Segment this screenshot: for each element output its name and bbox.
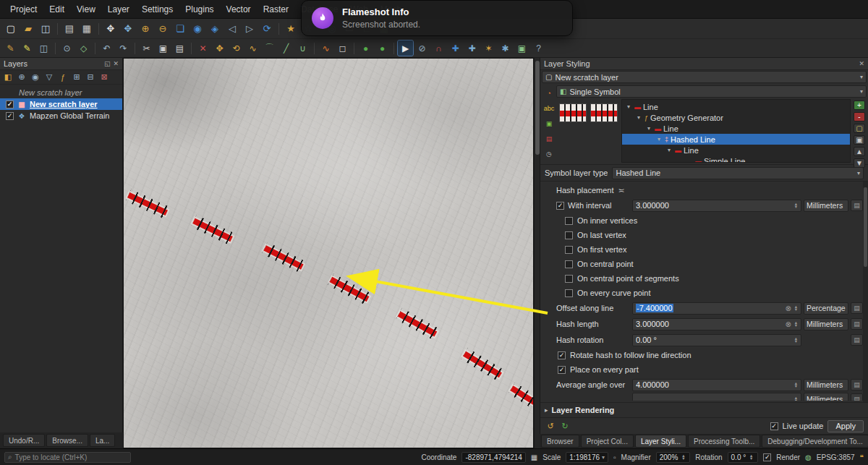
dock-tab[interactable]: Undo/R... <box>3 434 45 447</box>
move-feature-icon[interactable]: ✥ <box>212 40 227 56</box>
zoom-next-icon[interactable]: ▷ <box>242 21 258 37</box>
undo-icon[interactable]: ↶ <box>99 40 114 56</box>
symbol-layer-type-combo[interactable]: Hashed Line <box>612 167 864 179</box>
dock-tab[interactable]: La... <box>90 434 115 447</box>
menu-item[interactable]: Layer <box>102 2 135 17</box>
separator[interactable] <box>135 43 135 54</box>
zoom-in-icon[interactable]: ⊕ <box>137 21 153 37</box>
crs-button[interactable]: EPSG:3857 <box>817 453 855 461</box>
processing-toolbox-icon[interactable]: ✱ <box>498 40 513 56</box>
map-refresh-icon[interactable]: ⟳ <box>259 21 275 37</box>
3d-view-icon[interactable]: ▣ <box>543 119 556 129</box>
pan-to-selection-icon[interactable]: ✥ <box>120 21 136 37</box>
vertex-tool-icon[interactable]: ⊙ <box>59 40 75 56</box>
menu-item[interactable]: Project <box>4 2 43 17</box>
symbol-tree-item[interactable]: ▾ ƒ Geometry Generator <box>622 112 850 123</box>
select-tool-icon[interactable]: ▶ <box>398 40 413 56</box>
layer-tree-item[interactable]: ❖ Mapzen Global Terrain <box>0 110 122 121</box>
with-interval-checkbox[interactable] <box>556 202 564 210</box>
dock-tab[interactable]: Layer Styli... <box>635 435 686 448</box>
reshape-features-icon[interactable]: ⌒ <box>262 40 277 56</box>
interval-unit-combo[interactable]: Millimeters <box>804 200 848 212</box>
menu-item[interactable]: Plugins <box>179 2 219 17</box>
delete-selected-icon[interactable]: ✕ <box>195 40 210 56</box>
manage-map-themes-icon[interactable]: ◉ <box>30 72 41 83</box>
remove-symbol-layer-button[interactable]: - <box>854 112 865 121</box>
current-edits-icon[interactable]: ✎ <box>3 40 18 56</box>
zoom-full-icon[interactable]: ❏ <box>172 21 188 37</box>
separator[interactable] <box>354 43 354 54</box>
symbol-preview[interactable] <box>559 103 587 122</box>
layer-visibility-checkbox[interactable] <box>6 101 14 108</box>
scrollbar-thumb[interactable] <box>864 187 867 267</box>
new-bookmark-icon[interactable]: ★ <box>283 21 299 37</box>
placement-checkbox[interactable] <box>565 289 573 297</box>
merge-features-icon[interactable]: ∪ <box>295 40 310 56</box>
separator[interactable] <box>55 43 56 54</box>
symbol-tree-item[interactable]: ▬ Simple Line <box>622 155 850 163</box>
pan-map-icon[interactable]: ✥ <box>103 21 119 37</box>
data-defined-override-button[interactable] <box>851 302 863 314</box>
dock-tab[interactable]: Browser <box>541 435 579 448</box>
print-layout-icon[interactable]: ▤ <box>61 21 77 37</box>
average-angle-unit-combo[interactable]: Millimeters <box>804 379 848 391</box>
expander-icon[interactable]: ▾ <box>655 136 663 142</box>
redo-icon[interactable]: ↷ <box>116 40 131 56</box>
dock-tab[interactable]: Processing Toolb... <box>688 435 760 448</box>
save-project-icon[interactable]: ◫ <box>38 21 54 37</box>
menu-item[interactable]: View <box>71 2 101 17</box>
flameshot-notification[interactable]: Flameshot Info Screenshot aborted. <box>301 0 573 36</box>
mask-icon[interactable]: ▤ <box>543 134 556 144</box>
geometry-generator-icon[interactable]: ∿ <box>318 40 333 56</box>
styled-layer-combo[interactable]: ▢ New scratch layer <box>542 71 867 83</box>
add-ring-icon[interactable]: ✚ <box>464 40 480 56</box>
open-layer-styling-icon[interactable]: ◧ <box>2 72 14 83</box>
data-defined-override-button[interactable] <box>851 318 863 330</box>
separator[interactable] <box>98 23 99 35</box>
toggle-editing-icon[interactable]: ✎ <box>20 40 35 56</box>
expander-icon[interactable]: ▾ <box>665 147 673 153</box>
menu-item[interactable]: Edit <box>43 2 70 17</box>
clear-value-icon[interactable] <box>786 320 791 328</box>
symbol-preview[interactable] <box>590 103 618 122</box>
coordinate-value[interactable]: -828971,4794214 <box>461 452 525 463</box>
messages-icon[interactable]: ❝ <box>860 453 864 461</box>
help-icon[interactable]: ? <box>531 40 546 56</box>
dock-tab[interactable]: Project Col... <box>581 435 634 448</box>
offset-curve-icon[interactable]: ∿ <box>245 40 260 56</box>
clear-value-icon[interactable] <box>786 304 791 312</box>
layer-rendering-section[interactable]: ▸ Layer Rendering <box>540 402 868 417</box>
symbol-tree-item[interactable]: ▾ ‡ Hashed Line <box>622 134 850 145</box>
favorites-star-icon[interactable]: ✶ <box>481 40 496 56</box>
spinner-buttons[interactable] <box>793 337 799 343</box>
check-geometries-icon[interactable]: ● <box>358 40 373 56</box>
layer-visibility-checkbox[interactable] <box>6 112 14 120</box>
separator[interactable] <box>57 23 58 35</box>
dock-tab[interactable]: Debugging/Development To... <box>762 435 868 448</box>
data-defined-override-button[interactable] <box>851 379 863 391</box>
placement-checkbox[interactable] <box>565 275 573 283</box>
clipped-input[interactable] <box>632 393 801 401</box>
offset-unit-combo[interactable]: Percentage <box>804 302 848 315</box>
close-panel-icon[interactable]: ✕ <box>859 60 864 67</box>
collapse-all-icon[interactable]: ⊟ <box>85 72 96 83</box>
data-defined-override-button[interactable] <box>851 393 863 401</box>
paste-features-icon[interactable]: ▤ <box>172 40 187 56</box>
offset-along-line-input[interactable]: -7.400000 <box>632 302 801 315</box>
hash-length-input[interactable]: 3.000000 <box>632 318 801 330</box>
scale-combo[interactable]: 1:198176 <box>566 452 608 463</box>
menu-item[interactable]: Vector <box>221 2 257 17</box>
separator[interactable] <box>393 43 394 54</box>
expander-icon[interactable]: ▾ <box>625 103 632 110</box>
placement-checkbox[interactable] <box>565 260 573 268</box>
placement-checkbox[interactable] <box>565 217 573 225</box>
placement-checkbox[interactable] <box>565 246 573 254</box>
menu-item[interactable]: Settings <box>136 2 179 17</box>
separator[interactable] <box>314 43 315 54</box>
separator[interactable] <box>278 23 279 35</box>
panel-scrollbar[interactable] <box>863 182 868 402</box>
add-group-icon[interactable]: ⊕ <box>16 72 27 83</box>
add-part-icon[interactable]: ✚ <box>448 40 463 56</box>
apply-button[interactable]: Apply <box>827 420 864 432</box>
style-undo-icon[interactable]: ↺ <box>545 422 556 431</box>
